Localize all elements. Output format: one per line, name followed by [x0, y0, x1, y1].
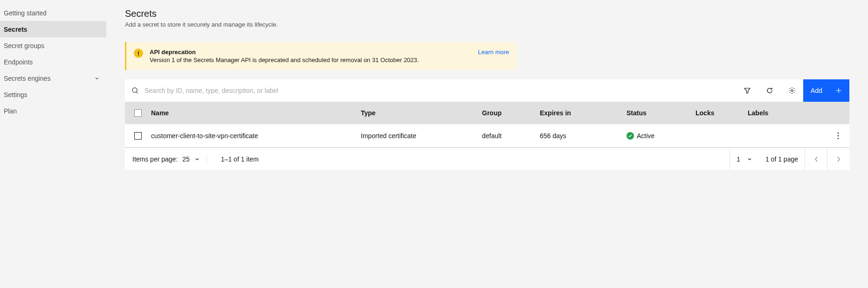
- next-page-button[interactable]: [827, 148, 849, 170]
- notification-body: Version 1 of the Secrets Manager API is …: [150, 56, 460, 63]
- main-content: Secrets Add a secret to store it securel…: [106, 0, 868, 288]
- filter-button[interactable]: [736, 79, 758, 102]
- overflow-menu-icon: [837, 132, 839, 140]
- select-all-checkbox[interactable]: [134, 109, 142, 117]
- column-group[interactable]: Group: [482, 109, 540, 117]
- sidebar-item-label: Endpoints: [4, 58, 33, 66]
- chevron-down-icon: [747, 156, 752, 162]
- refresh-icon: [766, 87, 773, 94]
- warning-icon: !: [134, 49, 143, 58]
- table-row[interactable]: customer-client-to-site-vpn-certificate …: [125, 124, 849, 148]
- page-count-text: 1 of 1 page: [759, 155, 805, 163]
- row-checkbox[interactable]: [134, 132, 142, 140]
- cell-name: customer-client-to-site-vpn-certificate: [151, 132, 361, 140]
- add-button[interactable]: Add: [803, 79, 849, 102]
- status-text: Active: [637, 132, 654, 140]
- settings-button[interactable]: [781, 79, 803, 102]
- search-input[interactable]: [145, 87, 736, 94]
- search-icon: [131, 87, 139, 94]
- column-type[interactable]: Type: [361, 109, 482, 117]
- sidebar-item-secrets[interactable]: Secrets: [0, 21, 106, 37]
- checkmark-filled-icon: [627, 132, 634, 140]
- plus-icon: [835, 87, 842, 94]
- filter-icon: [744, 87, 751, 94]
- chevron-down-icon: [94, 76, 100, 81]
- sidebar-item-settings[interactable]: Settings: [0, 86, 106, 103]
- caret-left-icon: [814, 156, 818, 162]
- gear-icon: [788, 87, 796, 94]
- row-overflow-menu[interactable]: [827, 132, 849, 140]
- table-toolbar: Add: [125, 79, 849, 102]
- svg-point-3: [838, 132, 839, 133]
- pagination-range: 1–1 of 1 item: [214, 155, 259, 163]
- sidebar-item-label: Secrets: [4, 26, 28, 33]
- sidebar-item-plan[interactable]: Plan: [0, 103, 106, 119]
- sidebar-item-label: Secrets engines: [4, 75, 50, 82]
- column-status[interactable]: Status: [627, 109, 696, 117]
- column-expires[interactable]: Expires in: [540, 109, 627, 117]
- column-labels[interactable]: Labels: [748, 109, 827, 117]
- pagination: Items per page: 25 1–1 of 1 item 1 1 of …: [125, 148, 849, 170]
- page-subtitle: Add a secret to store it securely and ma…: [125, 21, 849, 28]
- svg-point-5: [838, 138, 839, 139]
- svg-point-2: [791, 90, 793, 91]
- cell-type: Imported certificate: [361, 132, 482, 140]
- deprecation-notification: ! API deprecation Version 1 of the Secre…: [125, 42, 517, 70]
- cell-group: default: [482, 132, 540, 140]
- caret-right-icon: [837, 156, 840, 162]
- column-name[interactable]: Name: [151, 109, 361, 117]
- sidebar-item-label: Settings: [4, 91, 28, 98]
- page-select[interactable]: 1: [730, 148, 759, 170]
- sidebar-item-endpoints[interactable]: Endpoints: [0, 54, 106, 70]
- sidebar-item-getting-started[interactable]: Getting started: [0, 5, 106, 21]
- table-header: Name Type Group Expires in Status Locks …: [125, 102, 849, 124]
- svg-point-0: [132, 88, 137, 92]
- svg-line-1: [137, 92, 138, 93]
- column-locks[interactable]: Locks: [696, 109, 748, 117]
- page-title: Secrets: [125, 8, 849, 19]
- items-per-page-select[interactable]: 25: [182, 155, 200, 163]
- sidebar-item-secret-groups[interactable]: Secret groups: [0, 37, 106, 54]
- refresh-button[interactable]: [758, 79, 781, 102]
- sidebar-item-label: Secret groups: [4, 42, 44, 49]
- learn-more-link[interactable]: Learn more: [478, 49, 509, 56]
- cell-status: Active: [627, 132, 696, 140]
- chevron-down-icon: [194, 156, 200, 162]
- add-button-label: Add: [811, 87, 822, 94]
- prev-page-button[interactable]: [805, 148, 827, 170]
- cell-expires: 656 days: [540, 132, 627, 140]
- sidebar-item-label: Plan: [4, 107, 17, 115]
- notification-title: API deprecation: [150, 49, 460, 56]
- sidebar-item-label: Getting started: [4, 9, 47, 17]
- items-per-page-label: Items per page:: [132, 155, 178, 163]
- sidebar: Getting started Secrets Secret groups En…: [0, 0, 106, 288]
- svg-point-4: [838, 135, 839, 136]
- sidebar-item-secrets-engines[interactable]: Secrets engines: [0, 70, 106, 86]
